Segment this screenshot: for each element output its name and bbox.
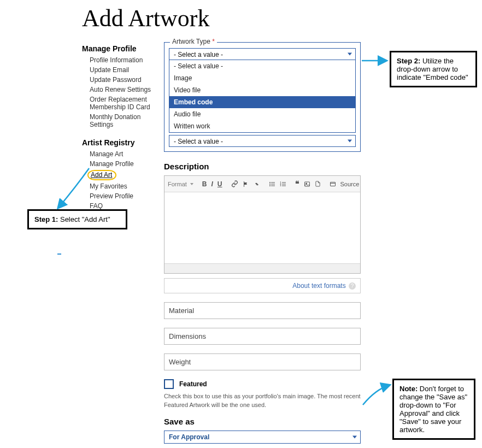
callout-step1-bold: Step 1: bbox=[34, 215, 58, 223]
callout-step1-text: Select "Add Art" bbox=[58, 215, 110, 223]
quote-icon[interactable]: ❝ bbox=[295, 180, 299, 188]
callout-step2: Step 2: Utilize the drop-down arrow to i… bbox=[390, 51, 477, 87]
sidebar: Manage Profile Profile Information Updat… bbox=[82, 42, 164, 212]
featured-help-text: Check this box to use this as your portf… bbox=[164, 392, 361, 409]
artwork-type-second-value: - Select a value - bbox=[174, 138, 223, 145]
sidebar-heading-artist-registry: Artist Registry bbox=[82, 138, 164, 147]
sidebar-item-update-password[interactable]: Update Password bbox=[90, 76, 164, 84]
page-title: Add Artwork bbox=[82, 4, 482, 32]
svg-rect-6 bbox=[282, 182, 286, 182]
artwork-type-dropdown-list: - Select a value - Image Video file Embe… bbox=[169, 60, 356, 133]
save-as-heading: Save as bbox=[164, 417, 361, 426]
rte-format-label: Format bbox=[168, 181, 187, 187]
artwork-type-option[interactable]: Image bbox=[169, 72, 355, 84]
sidebar-heading-manage-profile: Manage Profile bbox=[82, 44, 164, 53]
description-heading: Description bbox=[164, 162, 361, 171]
artwork-type-option[interactable]: Audio file bbox=[169, 108, 355, 120]
flag-icon[interactable] bbox=[243, 180, 249, 188]
rte-format-dropdown[interactable]: Format bbox=[168, 181, 193, 187]
svg-text:3: 3 bbox=[280, 185, 281, 187]
weight-field[interactable]: Weight bbox=[164, 353, 361, 370]
artwork-type-option[interactable]: Written work bbox=[169, 120, 355, 132]
save-as-select-wrap: For Approval bbox=[164, 431, 361, 444]
svg-rect-8 bbox=[282, 185, 286, 186]
sidebar-item-add-art-wrap: Add Art bbox=[87, 170, 164, 180]
sidebar-item-auto-renew[interactable]: Auto Renew Settings bbox=[90, 86, 164, 93]
svg-rect-14 bbox=[330, 182, 335, 186]
artwork-type-option[interactable]: - Select a value - bbox=[169, 60, 355, 72]
italic-icon[interactable]: I bbox=[211, 180, 213, 188]
sidebar-item-manage-profile[interactable]: Manage Profile bbox=[90, 160, 164, 168]
svg-point-2 bbox=[269, 184, 271, 185]
decorative-mark bbox=[57, 254, 61, 255]
artwork-type-label: Artwork Type * bbox=[170, 38, 217, 45]
about-text-formats-link[interactable]: About text formats bbox=[292, 282, 345, 290]
main-form: Artwork Type * - Select a value - - Sele… bbox=[164, 42, 361, 448]
file-icon[interactable] bbox=[315, 180, 321, 188]
artwork-type-value: - Select a value - bbox=[174, 51, 223, 58]
sidebar-item-add-art[interactable]: Add Art bbox=[87, 170, 116, 180]
artwork-type-option[interactable]: Video file bbox=[169, 84, 355, 96]
save-as-select[interactable]: For Approval bbox=[164, 431, 361, 444]
sidebar-item-faq[interactable]: FAQ bbox=[90, 202, 164, 210]
svg-rect-12 bbox=[304, 182, 309, 186]
featured-row: Featured bbox=[164, 379, 361, 389]
svg-point-0 bbox=[269, 182, 271, 183]
chevron-down-icon bbox=[348, 140, 352, 143]
material-field[interactable]: Material bbox=[164, 302, 361, 319]
svg-rect-1 bbox=[271, 182, 275, 182]
svg-rect-3 bbox=[271, 184, 275, 184]
artwork-type-label-text: Artwork Type bbox=[172, 38, 210, 45]
artwork-type-option-highlighted[interactable]: Embed code bbox=[169, 96, 355, 108]
svg-point-4 bbox=[269, 185, 271, 186]
callout-step1: Step 1: Select "Add Art" bbox=[27, 209, 127, 229]
sidebar-item-manage-art[interactable]: Manage Art bbox=[90, 150, 164, 158]
callout-step2-bold: Step 2: bbox=[397, 57, 420, 65]
bullet-list-icon[interactable] bbox=[269, 180, 275, 188]
required-asterisk: * bbox=[212, 38, 215, 45]
rich-text-editor: Format B I U bbox=[164, 175, 361, 274]
numbered-list-icon[interactable]: 123 bbox=[280, 180, 286, 188]
sidebar-item-profile-information[interactable]: Profile Information bbox=[90, 56, 164, 64]
source-icon[interactable] bbox=[330, 180, 336, 188]
unlink-icon[interactable] bbox=[254, 180, 260, 188]
chevron-down-icon bbox=[348, 53, 352, 56]
link-icon[interactable] bbox=[231, 180, 238, 188]
chevron-down-icon bbox=[352, 436, 357, 439]
image-icon[interactable] bbox=[304, 180, 310, 188]
source-label[interactable]: Source bbox=[340, 181, 360, 187]
about-text-formats-row: About text formats ? bbox=[164, 278, 361, 293]
sidebar-item-my-favorites[interactable]: My Favorites bbox=[90, 182, 164, 190]
dimensions-field[interactable]: Dimensions bbox=[164, 328, 361, 345]
save-as-value: For Approval bbox=[169, 433, 209, 441]
rte-footer bbox=[164, 263, 360, 273]
svg-rect-5 bbox=[271, 185, 275, 186]
callout-note-bold: Note: bbox=[399, 385, 418, 393]
callout-note: Note: Don't forget to change the "Save a… bbox=[392, 379, 475, 440]
bold-icon[interactable]: B bbox=[202, 180, 207, 188]
sidebar-item-monthly-donation[interactable]: Monthly Donation Settings bbox=[90, 113, 164, 128]
sidebar-item-order-replacement[interactable]: Order Replacement Membership ID Card bbox=[90, 96, 164, 111]
rte-toolbar: Format B I U bbox=[164, 176, 360, 192]
artwork-type-fieldset: Artwork Type * - Select a value - - Sele… bbox=[164, 42, 361, 152]
help-icon[interactable]: ? bbox=[349, 282, 356, 290]
svg-rect-7 bbox=[282, 184, 286, 184]
artwork-type-select[interactable]: - Select a value - bbox=[169, 48, 356, 60]
featured-label: Featured bbox=[179, 380, 207, 388]
featured-checkbox[interactable] bbox=[164, 379, 174, 389]
chevron-down-icon bbox=[190, 183, 193, 185]
underline-icon[interactable]: U bbox=[218, 180, 222, 188]
rte-body[interactable] bbox=[164, 192, 360, 263]
sidebar-item-preview-profile[interactable]: Preview Profile bbox=[90, 192, 164, 200]
artwork-type-second-select[interactable]: - Select a value - bbox=[169, 135, 356, 147]
sidebar-item-update-email[interactable]: Update Email bbox=[90, 66, 164, 74]
